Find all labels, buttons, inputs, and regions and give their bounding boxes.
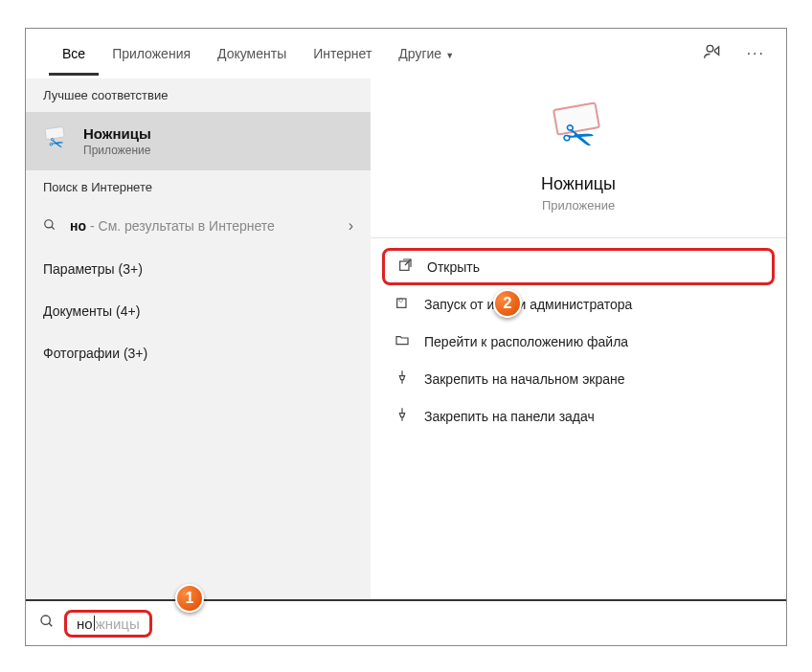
category-docs[interactable]: Документы (4+)	[26, 290, 371, 332]
completion-text: жницы	[96, 616, 140, 632]
preview-subtitle: Приложение	[371, 198, 786, 213]
action-open-location[interactable]: Перейти к расположению файла	[382, 323, 775, 360]
actions-list: Открыть Запуск от имени администратора П…	[371, 248, 786, 435]
pin-icon	[394, 407, 411, 425]
tab-docs[interactable]: Документы	[204, 33, 300, 76]
tab-apps[interactable]: Приложения	[99, 33, 204, 76]
result-subtitle: Приложение	[83, 144, 151, 157]
action-label: Открыть	[427, 259, 480, 275]
action-label: Закрепить на панели задач	[424, 409, 595, 424]
svg-line-2	[52, 226, 55, 229]
internet-header: Поиск в Интернете	[26, 170, 371, 204]
snipping-tool-icon: ✂	[43, 127, 72, 156]
category-params[interactable]: Параметры (3+)	[26, 248, 371, 290]
best-match-header: Лучшее соответствие	[26, 78, 371, 112]
typed-text: но	[77, 616, 93, 632]
action-pin-start[interactable]: Закрепить на начальном экране	[382, 360, 775, 397]
feedback-icon[interactable]	[691, 34, 733, 74]
result-title: Ножницы	[83, 125, 151, 142]
open-icon	[396, 258, 414, 276]
action-label: Перейти к расположению файла	[424, 334, 628, 349]
snipping-tool-icon: ✂	[545, 101, 612, 159]
shield-icon	[394, 295, 411, 313]
action-run-admin[interactable]: Запуск от имени администратора	[382, 285, 775, 323]
category-photos[interactable]: Фотографии (3+)	[26, 332, 371, 374]
svg-point-5	[41, 616, 50, 624]
best-match-item[interactable]: ✂ Ножницы Приложение	[26, 112, 371, 170]
svg-point-0	[707, 45, 713, 52]
internet-term: но	[70, 218, 86, 234]
svg-line-6	[49, 623, 52, 626]
search-query-highlight: ножницы	[64, 610, 152, 638]
svg-rect-4	[397, 299, 406, 307]
search-icon	[43, 218, 56, 235]
tab-other[interactable]: Другие▼	[385, 33, 467, 76]
preview-panel: ✂ Ножницы Приложение Открыть Запуск от и…	[371, 78, 786, 599]
chevron-down-icon: ▼	[445, 51, 454, 60]
folder-icon	[394, 332, 411, 350]
annotation-badge-2: 2	[493, 289, 522, 318]
action-open[interactable]: Открыть	[382, 248, 775, 285]
tab-internet[interactable]: Интернет	[300, 33, 385, 76]
action-label: Запуск от имени администратора	[424, 297, 632, 312]
overflow-icon[interactable]: ···	[733, 37, 778, 70]
search-header: Все Приложения Документы Интернет Другие…	[26, 29, 786, 78]
tab-all[interactable]: Все	[49, 33, 99, 76]
filter-tabs: Все Приложения Документы Интернет Другие…	[34, 33, 467, 76]
pin-icon	[394, 370, 411, 388]
results-panel: Лучшее соответствие ✂ Ножницы Приложение…	[26, 78, 371, 599]
svg-point-1	[45, 219, 53, 227]
search-icon	[39, 614, 55, 633]
internet-search-item[interactable]: но - См. результаты в Интернете ›	[26, 204, 371, 248]
search-bar[interactable]: ножницы	[26, 599, 786, 645]
action-label: Закрепить на начальном экране	[424, 371, 625, 387]
internet-hint: - См. результаты в Интернете	[90, 218, 275, 234]
annotation-badge-1: 1	[175, 584, 204, 613]
preview-title: Ножницы	[371, 174, 786, 194]
chevron-right-icon: ›	[349, 217, 353, 235]
action-pin-taskbar[interactable]: Закрепить на панели задач	[382, 397, 775, 435]
text-cursor	[94, 616, 95, 631]
divider	[371, 237, 786, 238]
